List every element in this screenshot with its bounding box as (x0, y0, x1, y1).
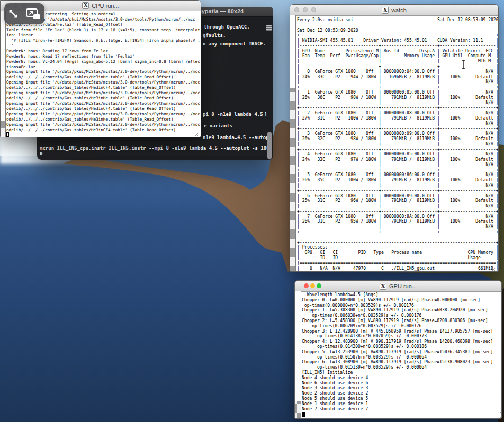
resize-grip[interactable] (495, 412, 501, 418)
xterm-window-gpu-run[interactable]: X GPU run... Wavelength lambda=4.5 [Angs… (294, 280, 502, 419)
gpu-run-scrollbar-trough[interactable] (295, 401, 301, 418)
cpu-run-window-title: CPU run... (92, 3, 119, 9)
expand-icon[interactable] (7, 8, 19, 20)
screen-control-overlay[interactable] (4, 3, 44, 24)
hypatia-scrollbar-thumb[interactable] (267, 132, 272, 159)
text-cursor (40, 158, 43, 160)
watch-window-title: watch (391, 7, 407, 13)
terminal-command-line: mcrun ILL_IN5_cpu.instr ILL_IN5.instr --… (40, 145, 269, 151)
terminal-output-line: pi=8 -n1e9 lambda=4.5 (203, 112, 263, 117)
desktop: hypatia — 80x24 through OpenACC. gfaults… (0, 0, 504, 422)
cpu-run-scrollbar-thumb[interactable] (1, 11, 5, 122)
minimize-button[interactable] (310, 283, 315, 288)
watch-scrollbar-trough[interactable] (290, 88, 295, 271)
cpu-run-scrollbar-trough[interactable] (1, 121, 5, 137)
close-button[interactable] (294, 7, 299, 12)
gpu-run-terminal-content[interactable]: Wavelength lambda=4.5 [Angs] Chopper 0: … (302, 292, 501, 411)
xterm-icon: X (380, 283, 386, 290)
screen-share-icon[interactable] (25, 7, 41, 20)
xterm-icon: X (382, 7, 389, 14)
text-cursor (302, 412, 305, 417)
cpu-run-scrollbar[interactable] (1, 11, 6, 137)
hypatia-window-title: hypatia — 80x24 (198, 8, 244, 14)
xterm-icon: X (82, 2, 89, 9)
minimize-button[interactable] (303, 7, 308, 12)
xterm-window-watch[interactable]: X watch Every 2.0s: nvidia-smi Sat Dec 1… (290, 4, 499, 272)
close-button[interactable] (304, 283, 309, 288)
terminal-output-line: gfaults. (203, 33, 226, 38)
zoom-button[interactable] (311, 7, 316, 12)
terminal-output-line: e variants (204, 123, 232, 129)
terminal-command-wrap: 0 (40, 151, 42, 157)
nvidia-smi-output[interactable]: Every 2.0s: nvidia-smi Sat Dec 12 08:53:… (297, 17, 498, 271)
gpu-run-scrollbar[interactable] (295, 291, 301, 418)
mouse-ibeam-cursor (461, 59, 467, 72)
cpu-run-terminal-content[interactable]: cattering. Setting to order=1. le '/u/da… (6, 12, 201, 133)
terminal-output-line: through OpenACC. (204, 24, 250, 30)
gpu-run-window-title: GPU run... (389, 283, 417, 289)
terminal-output-line: n any component TRACE. (203, 41, 266, 47)
gpu-run-scrollbar-thumb[interactable] (295, 291, 301, 401)
watch-scrollbar-thumb[interactable] (290, 15, 295, 88)
zoom-button[interactable] (317, 283, 321, 288)
watch-scrollbar[interactable] (290, 15, 296, 271)
terminal-output-line: ] (264, 112, 267, 117)
text-cursor (6, 132, 9, 137)
watch-titlebar[interactable]: X watch (290, 5, 498, 16)
scrollbar-marker-icon[interactable] (266, 25, 272, 31)
gpu-run-titlebar[interactable]: X GPU run... (295, 281, 501, 292)
terminal-output-line: n1e9 lambda=4.5 --autop (203, 135, 269, 140)
